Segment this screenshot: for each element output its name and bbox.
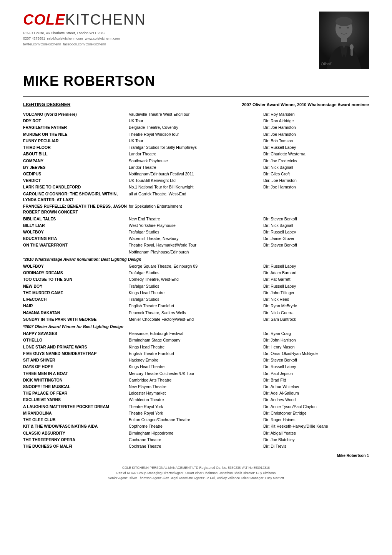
credit-director: Diir: Joe Harmston: [263, 177, 369, 184]
credit-venue: English Theatre Frankfurt: [129, 303, 263, 309]
phone-email-line: 0207 4275681 info@colekitchenn.com www.c…: [23, 36, 146, 41]
credit-venue: West Yorkshire Playhouse: [129, 222, 263, 229]
credit-venue: Theatre Royal York: [129, 410, 263, 417]
credit-show: EXCLUSIVE YARNS: [23, 397, 129, 403]
credit-venue: Kings Head Theatre: [129, 290, 263, 296]
credit-director: [263, 203, 369, 215]
credit-venue: Birmingham Stage Company: [129, 337, 263, 343]
credit-show: OEDIPUS: [23, 171, 129, 177]
credit-director: Dir: Di Trevis: [263, 443, 369, 450]
credit-director: Dir: Omar Okai/Ryan McBryde: [263, 350, 369, 357]
credit-row: ON THE WATERFRONTTheatre Royal, Haymarke…: [23, 242, 369, 248]
credit-row: HAPPY SAVAGESPleasance, Edinburgh Festiv…: [23, 330, 369, 337]
credit-show: FIVE GUYS NAMED MOE/DEATHTRAP: [23, 350, 129, 357]
credit-row: EXCLUSIVE YARNSWimbledon TheatreDir: And…: [23, 397, 369, 403]
credit-show: KIT & THE WIDOW/FASCINATING AIDA: [23, 423, 129, 430]
credit-row: BILLY LIARWest Yorkshire PlayhouseDir: N…: [23, 222, 369, 229]
credit-row: DRY ROTUK TourDir: Ron Aldridge: [23, 118, 369, 124]
credit-director: Dir: Annie Tyson/Paul Clayton: [263, 403, 369, 410]
credit-venue: George Square Theatre, Edinburgh 09: [129, 263, 263, 270]
credit-row: A LAUGHING MATTER/THE POCKET DREAMTheatr…: [23, 403, 369, 410]
page: COLE KITCHENN ROAR House, 46 Charlotte S…: [0, 0, 392, 555]
credit-venue: for Spekulation Entertainment: [129, 203, 263, 215]
credit-director: Dir: Joe Blatchley: [263, 437, 369, 443]
credit-row: THREE MEN IN A BOATMercury Theatre Colch…: [23, 370, 369, 377]
credit-show: TOO CLOSE TO THE SUN: [23, 276, 129, 283]
section-header-row: LIGHTING DESIGNER 2007 Olivier Award Win…: [23, 102, 369, 110]
credit-director: Dir: Joe Harmston: [263, 124, 369, 131]
credit-director: Dir: Ryan McBryde: [263, 303, 369, 309]
credit-row: FIVE GUYS NAMED MOE/DEATHTRAPEnglish The…: [23, 350, 369, 357]
credits-table: VOLCANO (World Premiere)Vaudeville Theat…: [23, 111, 369, 450]
credit-venue: Cochrane Theatre: [129, 443, 263, 450]
credit-show: WOLFBOY: [23, 263, 129, 270]
credit-venue: Nottingham Playhouse/Edinburgh: [129, 249, 263, 255]
credit-row: THE PALACE OF FEARLeicester HaymarketDir…: [23, 390, 369, 397]
credit-show: FRANCES RUFFELLE: BENEATH THE DRESS, JAS…: [23, 203, 129, 215]
credit-director: Dir: Ryan Craig: [263, 330, 369, 337]
credit-director: Dir: Bob Tomson: [263, 138, 369, 144]
credit-director: Dir: Abigail Yeates: [263, 430, 369, 437]
credit-venue: Theatre Royal York: [129, 403, 263, 410]
credit-venue: Nottingham/Edinburgh Festival 2011: [129, 171, 263, 177]
credit-row: LIFECOACHTrafalgar StudiosDir: Nick Reed: [23, 296, 369, 303]
credit-director: Dir: Pat Garrett: [263, 276, 369, 283]
credit-director: [263, 249, 369, 255]
credit-show: HAIR: [23, 303, 129, 309]
credit-director: Dir: Russell Labey: [263, 229, 369, 235]
credit-venue: Landor Theatre: [129, 164, 263, 171]
photo-svg: Oliver: [319, 12, 369, 69]
credit-director: Dir: John Tillinger: [263, 290, 369, 296]
credit-show: FRAGILE/THE FATHER: [23, 124, 129, 131]
credit-venue: Cambridge Arts Theatre: [129, 377, 263, 383]
credit-venue: Trafalgar Studios for Sally Humphreys: [129, 144, 263, 151]
credit-venue: Wimbledon Theatre: [129, 397, 263, 403]
credit-venue: Mercury Theatre Colchester/UK Tour: [129, 370, 263, 377]
svg-rect-4: [341, 37, 347, 42]
credit-venue: all at Garrick Theatre, West-End: [129, 191, 263, 203]
svg-point-7: [339, 27, 341, 28]
credit-show: LIFECOACH: [23, 296, 129, 303]
profile-photo: Oliver: [319, 12, 369, 69]
credit-venue: Trafalgar Studios: [129, 296, 263, 303]
credit-row: OEDIPUSNottingham/Edinburgh Festival 201…: [23, 171, 369, 177]
credit-row: DICK WHITTINGTONCambridge Arts TheatreDi…: [23, 377, 369, 383]
credit-show: HAVANA RAKATAN: [23, 310, 129, 316]
credit-director: Dir: Nick Bagnall: [263, 222, 369, 229]
credit-venue: Bolton Octagon/Cochrane Theatre: [129, 417, 263, 423]
credit-venue: Trafalgar Studios: [129, 270, 263, 276]
credit-row: DAYS OF HOPEKings Head TheatreDir: Russe…: [23, 363, 369, 370]
credit-show: THE THREEPENNY OPERA: [23, 437, 129, 443]
credit-row: FUNNY PECULIARUK TourDir: Bob Tomson: [23, 138, 369, 144]
credit-director: Dir: Sam Buntrock: [263, 316, 369, 323]
credit-row: THE GLEE CLUBBolton Octagon/Cochrane The…: [23, 417, 369, 423]
credit-show: THE GLEE CLUB: [23, 417, 129, 423]
credit-director: Dir: Russell Labey: [263, 144, 369, 151]
credit-director: Dir: Roy Marsden: [263, 111, 369, 118]
credit-director: Dir: Giles Croft: [263, 171, 369, 177]
credit-venue: Watermill Theatre, Newbury: [129, 235, 263, 242]
credit-show: DICK WHITTINGTON: [23, 377, 129, 383]
credit-row: NEW BOYTrafalgar StudiosDir: Russell Lab…: [23, 283, 369, 290]
credit-venue: Belgrade Theatre, Coventry: [129, 124, 263, 131]
credit-row: COMPANYSouthwark PlayhouseDir: Joe Frede…: [23, 158, 369, 164]
social-line: twitter.com/ColeKitchenn facebook.com/Co…: [23, 42, 146, 47]
credit-venue: Theatre Royal Windsor/Tour: [129, 131, 263, 138]
credit-show: THE MURDER GAME: [23, 290, 129, 296]
credit-show: A LAUGHING MATTER/THE POCKET DREAM: [23, 403, 129, 410]
credit-show: MURDER ON THE NILE: [23, 131, 129, 138]
credit-director: Dir: Steven Berkoff: [263, 357, 369, 363]
credit-show: MIRANDOLINA: [23, 410, 129, 417]
credit-show: ABOUT BILL: [23, 151, 129, 157]
credit-show: DAYS OF HOPE: [23, 363, 129, 370]
credit-director: Dir: Roger Haines: [263, 417, 369, 423]
logo-cole: COLE: [23, 12, 65, 28]
credit-show: HAPPY SAVAGES: [23, 330, 129, 337]
credit-row: THE DUCHESS OF MALFICochrane TheatreDir:…: [23, 443, 369, 450]
credit-row: VOLCANO (World Premiere)Vaudeville Theat…: [23, 111, 369, 118]
credit-row: VERDICTUK Tour/Bill Kenwright LtdDiir: J…: [23, 177, 369, 184]
credit-row: ABOUT BILLLandor TheatreDir: Charlotte W…: [23, 151, 369, 157]
page-number: Mike Robertson 1: [23, 453, 369, 458]
credit-venue: New Players Theatre: [129, 383, 263, 390]
credit-row: SUNDAY IN THE PARK WITH GEORGEMenier Cho…: [23, 316, 369, 323]
